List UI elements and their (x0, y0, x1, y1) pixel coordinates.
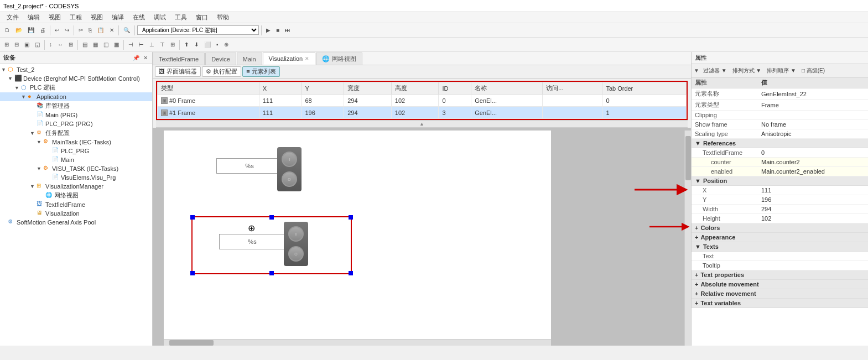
props-section-absmove[interactable]: +Absolute movement (692, 280, 868, 289)
props-row-counter[interactable]: counter Main.counter2 (692, 158, 868, 167)
tree-item-textfieldframe[interactable]: 🖼 TextfieldFrame (0, 200, 152, 209)
tb-cut[interactable]: ✂ (76, 26, 85, 34)
menu-online[interactable]: 在线 (128, 13, 149, 22)
props-row-tooltip[interactable]: Tooltip (692, 261, 868, 270)
tree-item-visutask[interactable]: ▼ ⚙ VISU_TASK (IEC-Tasks) (0, 164, 152, 173)
tb-print[interactable]: 🖨 (38, 26, 48, 34)
btn-filter[interactable]: 过滤器 ▼ (701, 66, 729, 75)
tree-toggle[interactable]: ▼ (14, 85, 21, 91)
tb2-align5[interactable]: ⊞ (168, 40, 177, 49)
menu-window[interactable]: 窗口 (191, 13, 212, 22)
tree-toggle[interactable]: ▼ (1, 67, 8, 72)
props-section-relmove[interactable]: +Relative movement (692, 289, 868, 299)
handle-tr[interactable] (349, 215, 353, 220)
tb2-align2[interactable]: ⊢ (137, 40, 146, 49)
btn-advanced[interactable]: □ 高级(E) (800, 66, 827, 75)
tb2-5[interactable]: ↕ (47, 40, 54, 49)
tb2-4[interactable]: ◱ (33, 40, 42, 49)
tab-close-icon[interactable]: ✕ (305, 56, 309, 61)
tree-item-library[interactable]: 📚 库管理器 (0, 101, 152, 111)
props-section-colors[interactable]: +Colors (692, 223, 868, 233)
btn-sort-order[interactable]: 排列顺序 ▼ (765, 66, 798, 75)
tree-item-application[interactable]: ▼ ● Application (0, 92, 152, 101)
scroll-arrow[interactable]: ▲ (419, 121, 424, 127)
tb2-10[interactable]: ◫ (101, 40, 111, 49)
tb2-ungroup[interactable]: ▪ (214, 40, 221, 49)
tree-item-device[interactable]: ▼ ⬛ Device (Berghof MC-PI SoftMotion Con… (0, 74, 152, 83)
tb2-order2[interactable]: ⬇ (192, 40, 201, 49)
tb2-2[interactable]: ⊟ (12, 40, 21, 49)
props-section-appearance[interactable]: +Appearance (692, 233, 868, 242)
props-row-enabled[interactable]: enabled Main.counter2_enabled (692, 167, 868, 176)
tree-toggle[interactable]: ▼ (21, 94, 28, 100)
props-row-showframe[interactable]: Show frame No frame (692, 120, 868, 129)
menu-view[interactable]: 视图 (44, 13, 65, 22)
tb-delete[interactable]: ✕ (107, 26, 116, 34)
menu-help[interactable]: 帮助 (212, 13, 233, 22)
tb2-1[interactable]: ⊞ (2, 40, 11, 49)
tab-textfieldframe[interactable]: TextfieldFrame (153, 53, 205, 65)
tb-find[interactable]: 🔍 (121, 26, 132, 34)
tab-visualization[interactable]: Visualization ✕ (263, 53, 316, 65)
textfield-widget-2[interactable]: %s (219, 234, 285, 249)
props-row-x[interactable]: X 111 (692, 186, 868, 195)
menu-project[interactable]: 工程 (65, 13, 86, 22)
tree-item-network[interactable]: 🌐 网络视图 (0, 191, 152, 200)
props-row-scaling[interactable]: Scaling type Anisotropic (692, 129, 868, 139)
menu-edit[interactable]: 编辑 (23, 13, 44, 22)
scroll-thumb-h[interactable] (169, 340, 214, 346)
tree-item-plc-prg[interactable]: 📄 PLC_PRG (PRG) (0, 119, 152, 128)
tb2-zoom[interactable]: ⊕ (222, 40, 231, 49)
tree-item-axispool[interactable]: ⚙ SoftMotion General Axis Pool (0, 218, 152, 227)
tree-toggle[interactable]: ▼ (8, 76, 14, 81)
tb2-8[interactable]: ▤ (80, 40, 90, 49)
tb-copy[interactable]: ⎘ (86, 26, 94, 34)
tab-network[interactable]: 🌐 网络视图 (316, 53, 362, 65)
tb2-7[interactable]: ⊞ (66, 40, 75, 49)
tb2-align4[interactable]: ⊤ (158, 40, 167, 49)
tb-build[interactable]: ▶ (264, 26, 273, 34)
menu-compile[interactable]: 编译 (107, 13, 128, 22)
props-row-clipping[interactable]: Clipping (692, 111, 868, 120)
tb2-6[interactable]: ↔ (55, 40, 65, 49)
props-section-textprops[interactable]: +Text properties (692, 270, 868, 280)
menu-view2[interactable]: 视图 (86, 13, 107, 22)
textfield-widget-1[interactable]: %s (216, 158, 283, 174)
tree-toggle[interactable]: ▼ (37, 139, 43, 145)
props-section-texts[interactable]: ▼Texts (692, 242, 868, 252)
menu-file[interactable]: 文件 (2, 13, 23, 22)
menu-tools[interactable]: 工具 (170, 13, 191, 22)
switch-widget-1[interactable]: I O (277, 147, 302, 191)
tb2-align3[interactable]: ⊥ (147, 40, 157, 49)
props-section-textvars[interactable]: +Text variables (692, 299, 868, 308)
tree-item-visumgr[interactable]: ▼ ⊞ VisualizationManager (0, 182, 152, 191)
props-row-y[interactable]: Y 196 (692, 195, 868, 205)
tree-item-plc-prg2[interactable]: 📄 PLC_PRG (0, 147, 152, 155)
tree-item-maintask[interactable]: ▼ ⚙ MainTask (IEC-Tasks) (0, 138, 152, 147)
tree-item-task-config[interactable]: ▼ ⚙ 任务配置 (0, 128, 152, 138)
tree-item-visuprg[interactable]: 📄 VisuElems.Visu_Prg (0, 173, 152, 182)
props-row-width[interactable]: Width 294 (692, 205, 868, 214)
handle-tl[interactable] (190, 215, 195, 220)
tb-stop[interactable]: ■ (274, 26, 282, 34)
tree-item-main2[interactable]: 📄 Main (0, 155, 152, 164)
props-row-textfieldframe[interactable]: TextfieldFrame 0 (692, 148, 868, 158)
handle-br[interactable] (349, 271, 353, 275)
btn-sort-mode[interactable]: 排列方式 ▼ (731, 66, 763, 75)
btn-exec-config[interactable]: ⚙ 执行配置 (202, 66, 241, 77)
handle-tc[interactable] (269, 215, 274, 220)
tb2-align1[interactable]: ⊣ (126, 40, 136, 49)
props-section-position[interactable]: ▼Position (692, 176, 868, 186)
tb2-order1[interactable]: ⬆ (182, 40, 191, 49)
tb-step[interactable]: ⏭ (283, 26, 293, 34)
tree-item-visualization[interactable]: 🖥 Visualization (0, 209, 152, 218)
panel-close[interactable]: ✕ (142, 55, 149, 61)
tb2-9[interactable]: ▦ (91, 40, 100, 49)
props-row-height[interactable]: Height 102 (692, 214, 868, 223)
tb-open[interactable]: 📂 (13, 26, 24, 34)
panel-pin[interactable]: 📌 (132, 55, 141, 61)
tb-save[interactable]: 💾 (25, 26, 37, 34)
tree-toggle[interactable]: ▼ (30, 131, 37, 136)
table-row[interactable]: ⊞ #1 Frame 111 196 294 102 3 GenEl... (158, 107, 687, 119)
tb2-11[interactable]: ▩ (112, 40, 121, 49)
